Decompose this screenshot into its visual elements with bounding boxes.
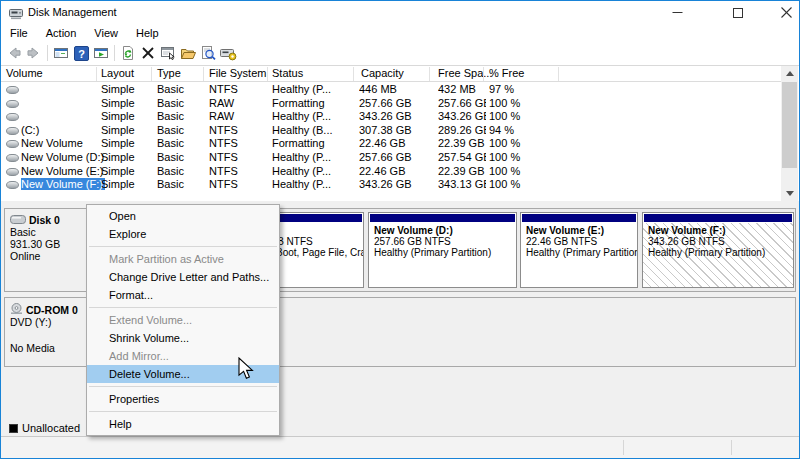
- column-header-free-space[interactable]: Free Spa...: [438, 67, 492, 79]
- menu-item-shrink-volume[interactable]: Shrink Volume...: [87, 329, 279, 347]
- table-row[interactable]: (C:) Simple Basic NTFS Healthy (B... 307…: [1, 124, 781, 138]
- context-menu: Open Explore Mark Partition as Active Ch…: [86, 204, 280, 436]
- scrollbar-thumb[interactable]: [782, 82, 797, 168]
- disk0-kind: Basic: [10, 226, 85, 238]
- vertical-scrollbar[interactable]: [781, 66, 798, 201]
- menu-item-change-drive-letter[interactable]: Change Drive Letter and Paths...: [87, 268, 279, 286]
- unallocated-swatch: [9, 424, 18, 433]
- volume-icon: [6, 127, 19, 135]
- disk0-info[interactable]: Disk 0 Basic 931.30 GB Online: [5, 209, 91, 291]
- volume-icon: [6, 168, 19, 176]
- status-bar: [1, 437, 799, 458]
- partition-d[interactable]: New Volume (D:) 257.66 GB NTFS Healthy (…: [368, 212, 517, 288]
- volume-icon: [6, 181, 19, 189]
- menu-file[interactable]: File: [1, 26, 37, 40]
- volume-list-header: Volume Layout Type File System Status Ca…: [1, 66, 781, 82]
- cdrom-info[interactable]: CD-ROM 0 DVD (Y:) No Media: [5, 298, 91, 366]
- column-header-status[interactable]: Status: [272, 67, 303, 79]
- view-icon[interactable]: [198, 43, 218, 63]
- show-action-pane-icon[interactable]: [91, 43, 111, 63]
- cdrom-media: No Media: [10, 342, 85, 354]
- menu-separator: [89, 411, 277, 412]
- table-row[interactable]: Simple Basic RAW Healthy (P... 343.26 GB…: [1, 110, 781, 124]
- selected-volume-label: New Volume (F:): [21, 178, 105, 190]
- column-header-volume[interactable]: Volume: [6, 67, 43, 79]
- table-row[interactable]: Simple Basic NTFS Healthy (P... 446 MB 4…: [1, 83, 781, 97]
- menu-item-properties[interactable]: Properties: [87, 390, 279, 408]
- disk-management-window: Disk Management File Action View Help ?: [0, 0, 800, 459]
- volume-icon: [6, 154, 19, 162]
- toolbar-separator: [114, 45, 115, 61]
- menu-action[interactable]: Action: [37, 26, 86, 40]
- disk-management-app-icon: [9, 6, 23, 24]
- back-icon[interactable]: [4, 43, 24, 63]
- menu-item-help[interactable]: Help: [87, 415, 279, 433]
- legend-unallocated: Unallocated: [9, 422, 80, 434]
- scroll-down-button[interactable]: [781, 186, 798, 201]
- menu-item-format[interactable]: Format...: [87, 286, 279, 304]
- menu-item-mark-partition-active: Mark Partition as Active: [87, 250, 279, 268]
- table-row[interactable]: New Volume (D:) Simple Basic NTFS Health…: [1, 151, 781, 165]
- minimize-button[interactable]: [657, 1, 697, 24]
- table-row-selected[interactable]: New Volume (F:) Simple Basic NTFS Health…: [1, 178, 781, 192]
- cd-rom-icon: [10, 303, 23, 314]
- volume-icon: [6, 113, 19, 121]
- scroll-up-button[interactable]: [781, 66, 798, 81]
- properties-icon[interactable]: [158, 43, 178, 63]
- table-row[interactable]: Simple Basic RAW Formatting 257.66 GB 25…: [1, 97, 781, 111]
- menu-item-explore[interactable]: Explore: [87, 225, 279, 243]
- help-icon[interactable]: ?: [71, 43, 91, 63]
- mouse-cursor: [238, 357, 260, 385]
- menu-bar: File Action View Help: [1, 24, 799, 41]
- menu-item-extend-volume: Extend Volume...: [87, 311, 279, 329]
- cdrom-drive: DVD (Y:): [10, 316, 85, 328]
- show-console-tree-icon[interactable]: [51, 43, 71, 63]
- refresh-icon[interactable]: [118, 43, 138, 63]
- menu-help[interactable]: Help: [127, 26, 168, 40]
- volume-icon: [6, 140, 19, 148]
- disk-icon: [10, 215, 26, 224]
- column-header-file-system[interactable]: File System: [209, 67, 266, 79]
- column-header-capacity[interactable]: Capacity: [361, 67, 404, 79]
- open-folder-icon[interactable]: [178, 43, 198, 63]
- menu-separator: [89, 246, 277, 247]
- delete-icon[interactable]: [138, 43, 158, 63]
- table-row[interactable]: New Volume (E:) Simple Basic NTFS Health…: [1, 165, 781, 179]
- window-title: Disk Management: [28, 6, 117, 18]
- disk0-status: Online: [10, 250, 85, 262]
- partition-e[interactable]: New Volume (E:) 22.46 GB NTFS Healthy (P…: [520, 212, 638, 288]
- menu-view[interactable]: View: [85, 26, 127, 40]
- close-button[interactable]: [766, 1, 800, 24]
- column-header-pct-free[interactable]: % Free: [489, 67, 524, 79]
- volume-icon: [6, 86, 19, 94]
- menu-separator: [89, 307, 277, 308]
- toolbar-separator: [47, 45, 48, 61]
- svg-text:?: ?: [78, 47, 85, 59]
- disk-management-console-icon[interactable]: [218, 43, 238, 63]
- column-header-type[interactable]: Type: [157, 67, 181, 79]
- toolbar: ?: [1, 41, 799, 66]
- maximize-button[interactable]: [718, 1, 758, 24]
- forward-icon[interactable]: [24, 43, 44, 63]
- disk0-size: 931.30 GB: [10, 238, 85, 250]
- menu-separator: [89, 386, 277, 387]
- table-row[interactable]: New Volume Simple Basic NTFS Formatting …: [1, 137, 781, 151]
- disk0-name: Disk 0: [29, 214, 60, 226]
- partition-f-selected[interactable]: New Volume (F:) 343.26 GB NTFS Healthy (…: [642, 212, 794, 288]
- column-header-layout[interactable]: Layout: [101, 67, 134, 79]
- cdrom-name: CD-ROM 0: [26, 304, 78, 316]
- volume-list: Volume Layout Type File System Status Ca…: [1, 66, 799, 201]
- title-bar[interactable]: Disk Management: [1, 1, 799, 24]
- menu-item-open[interactable]: Open: [87, 207, 279, 225]
- volume-icon: [6, 100, 19, 108]
